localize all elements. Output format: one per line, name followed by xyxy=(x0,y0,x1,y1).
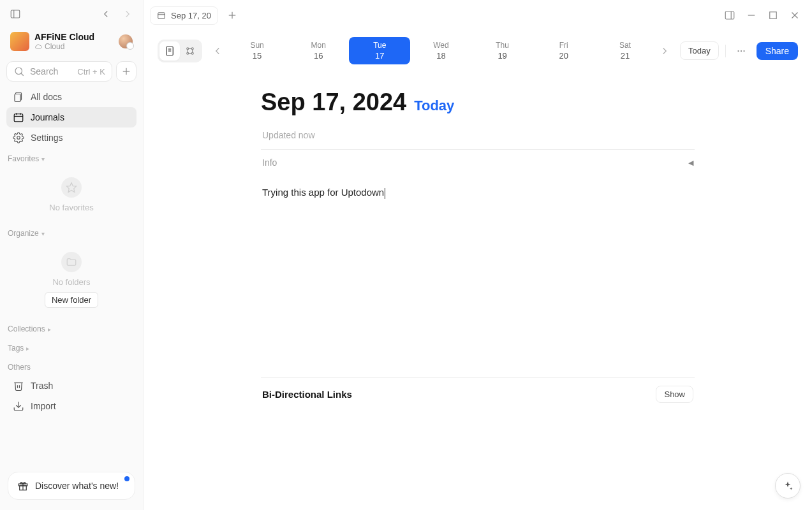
day-20[interactable]: Fri20 xyxy=(533,37,594,64)
sparkle-icon xyxy=(782,480,794,492)
week-prev-button[interactable] xyxy=(209,42,226,60)
workspace-name: AFFiNE Cloud xyxy=(34,32,114,42)
day-15[interactable]: Sun15 xyxy=(226,37,288,64)
star-icon xyxy=(66,182,77,193)
day-number: 18 xyxy=(436,51,445,61)
show-links-button[interactable]: Show xyxy=(656,386,693,403)
panel-right-icon xyxy=(724,10,735,21)
tab-journal[interactable]: Sep 17, 20 xyxy=(150,6,218,25)
cloud-icon xyxy=(34,43,42,50)
collapse-sidebar-button[interactable] xyxy=(6,5,24,23)
sidebar-item-label: Import xyxy=(31,401,56,411)
sidebar-item-import[interactable]: Import xyxy=(6,396,137,416)
svg-rect-8 xyxy=(14,114,23,122)
download-icon xyxy=(13,400,24,412)
svg-point-2 xyxy=(15,68,22,75)
folder-icon xyxy=(66,256,77,268)
sidebar: AFFiNE Cloud Cloud Search Ctrl + K All d… xyxy=(0,0,144,510)
edgeless-icon xyxy=(184,45,196,57)
section-others: Others xyxy=(6,356,137,375)
day-of-week: Tue xyxy=(373,41,386,50)
panel-right-button[interactable] xyxy=(724,10,735,21)
topbar: Sep 17, 20 xyxy=(144,0,812,31)
section-favorites[interactable]: Favorites ▾ xyxy=(6,148,137,167)
trash-icon xyxy=(13,380,24,391)
day-number: 16 xyxy=(314,51,323,61)
new-folder-button[interactable]: New folder xyxy=(45,292,98,308)
day-number: 21 xyxy=(621,51,630,61)
view-edgeless-button[interactable] xyxy=(180,41,200,61)
sidebar-item-label: Settings xyxy=(31,133,63,143)
day-of-week: Sun xyxy=(250,41,263,50)
more-horizontal-icon xyxy=(735,45,747,57)
svg-rect-7 xyxy=(15,94,20,102)
svg-point-33 xyxy=(187,52,189,54)
sidebar-item-settings[interactable]: Settings xyxy=(6,127,137,148)
svg-rect-25 xyxy=(770,12,777,19)
sidebar-item-journals[interactable]: Journals xyxy=(6,107,137,127)
window-close-button[interactable] xyxy=(789,10,801,21)
svg-point-41 xyxy=(743,50,744,51)
svg-point-40 xyxy=(741,50,742,51)
today-button[interactable]: Today xyxy=(680,41,719,60)
doc-body[interactable]: Trying this app for Uptodown xyxy=(261,175,695,199)
sidebar-item-trash[interactable]: Trash xyxy=(6,375,137,396)
maximize-icon xyxy=(767,10,779,21)
updated-label: Updated now xyxy=(261,116,695,149)
nav-forward-button[interactable] xyxy=(119,5,137,23)
day-number: 20 xyxy=(559,51,568,61)
panel-left-icon xyxy=(10,8,21,20)
svg-point-12 xyxy=(17,136,20,140)
calendar-icon xyxy=(13,112,24,123)
chevron-right-icon: ▸ xyxy=(26,345,29,352)
info-label: Info xyxy=(262,157,277,168)
today-label: Today xyxy=(414,98,454,114)
ai-fab-button[interactable] xyxy=(775,473,801,499)
day-16[interactable]: Mon16 xyxy=(288,37,349,64)
section-tags[interactable]: Tags ▸ xyxy=(6,337,137,356)
plus-icon xyxy=(226,10,238,21)
day-21[interactable]: Sat21 xyxy=(594,37,656,64)
day-19[interactable]: Thu19 xyxy=(472,37,533,64)
chevron-down-icon: ▾ xyxy=(41,230,45,237)
svg-line-3 xyxy=(21,73,24,76)
day-of-week: Fri xyxy=(559,41,568,50)
day-18[interactable]: Wed18 xyxy=(410,37,471,64)
week-next-button[interactable] xyxy=(656,42,674,60)
main: Sep 17, 20 Sun15Mon16Tue17Wed18Thu19Fri2… xyxy=(144,0,812,510)
window-minimize-button[interactable] xyxy=(746,10,757,21)
chevron-left-icon xyxy=(100,8,112,20)
sidebar-item-label: Trash xyxy=(31,381,53,391)
chevron-down-icon: ▾ xyxy=(41,156,45,163)
chevron-left-icon xyxy=(212,45,223,57)
discover-button[interactable]: Discover what's new! xyxy=(8,472,135,500)
workspace-switcher[interactable]: AFFiNE Cloud Cloud xyxy=(6,28,137,55)
search-input[interactable]: Search Ctrl + K xyxy=(6,61,112,82)
divider xyxy=(725,45,726,57)
plus-icon xyxy=(121,66,132,77)
svg-point-39 xyxy=(737,50,739,51)
share-button[interactable]: Share xyxy=(757,42,798,60)
day-of-week: Sat xyxy=(619,41,631,50)
section-organize[interactable]: Organize ▾ xyxy=(6,222,137,242)
organize-empty: No folders New folder xyxy=(6,242,137,318)
close-icon xyxy=(789,10,801,21)
nav-back-button[interactable] xyxy=(97,5,115,23)
sidebar-item-label: All docs xyxy=(31,92,62,102)
day-17[interactable]: Tue17 xyxy=(349,37,410,64)
chevron-right-icon xyxy=(122,8,133,20)
more-button[interactable] xyxy=(732,42,750,60)
chevron-right-icon: ▸ xyxy=(48,326,51,333)
new-page-button[interactable] xyxy=(116,61,137,82)
chevron-right-icon xyxy=(659,45,670,57)
avatar[interactable] xyxy=(119,34,133,48)
info-toggle[interactable]: Info ◀ xyxy=(261,150,695,175)
sidebar-item-all-docs[interactable]: All docs xyxy=(6,87,137,107)
new-tab-button[interactable] xyxy=(223,6,241,24)
section-collections[interactable]: Collections ▸ xyxy=(6,318,137,337)
window-maximize-button[interactable] xyxy=(767,10,779,21)
view-page-button[interactable] xyxy=(159,41,180,61)
day-number: 17 xyxy=(375,51,384,61)
calendar-icon xyxy=(157,11,166,20)
day-of-week: Wed xyxy=(433,41,448,50)
